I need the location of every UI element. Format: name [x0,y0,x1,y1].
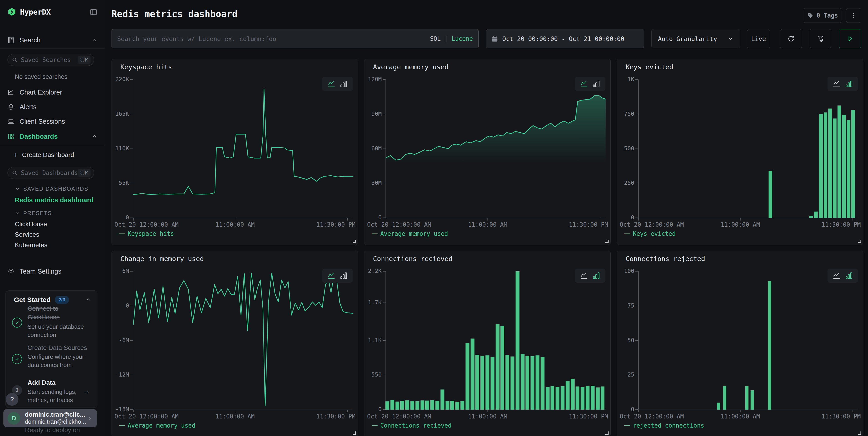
panel-resize-handle[interactable] [858,431,861,435]
x-tick [347,218,348,221]
y-tick [130,409,133,410]
sidebar-item-search[interactable]: Search [0,33,105,48]
get-started-step-title[interactable]: Add Data [28,379,56,386]
y-tick [383,409,385,410]
y-tick-label: 1.7K [364,299,382,306]
panel-resize-handle[interactable] [353,240,356,243]
sidebar-item-alerts[interactable]: Alerts [0,99,105,114]
create-dashboard-button[interactable]: + Create Dashboard [0,148,105,162]
y-tick [383,148,385,149]
line-chart-toggle-button[interactable] [833,271,841,280]
panel-resize-handle[interactable] [606,240,609,243]
line-chart-toggle-button[interactable] [580,80,588,88]
chart-plot-area[interactable]: 120M90M60M30M0Oct 20 12:00:00 AM11:00:00… [364,59,610,245]
y-tick [130,79,133,80]
sidebar-item-dashboards[interactable]: Dashboards [0,129,105,144]
chart-plot-area[interactable]: 1K7505002500Oct 20 12:00:00 AM11:00:00 A… [617,59,863,245]
arrow-right-icon[interactable]: → [83,386,90,395]
saved-dashboards-input[interactable] [21,170,78,176]
y-tick-label: 220K [112,76,129,83]
granularity-select[interactable]: Auto Granularity [651,29,740,48]
sidebar-item-chart-explorer[interactable]: Chart Explorer [0,85,105,100]
filter-button[interactable] [810,29,831,48]
chart-plot-area[interactable]: 220K165K110K55K0Oct 20 12:00:00 AM11:00:… [112,59,358,245]
create-dashboard-label: Create Dashboard [22,151,97,158]
tags-button[interactable]: 0 Tags [803,8,842,23]
x-tick-label: 11:00:00 AM [468,413,507,420]
event-search-input[interactable] [117,35,430,42]
get-started-step-title[interactable]: Create Data Sources [28,344,100,352]
y-tick-label: 110K [112,145,129,152]
x-tick-label: 11:30:00 PM [316,413,355,420]
bar-chart-toggle-button[interactable] [340,80,348,88]
line-chart-toggle-button[interactable] [327,80,336,88]
bar-chart-toggle-button[interactable] [592,80,600,88]
sidebar-item-kubernetes[interactable]: Kubernetes [15,241,47,249]
user-profile-button[interactable]: D dominic.tran@clic... dominic.tran@clic… [3,409,97,427]
saved-dashboards-search[interactable]: ⌘K [7,167,94,179]
sidebar-divider [0,48,105,49]
line-series [386,80,606,218]
x-tick [133,410,133,412]
bar-chart-toggle-button[interactable] [845,271,853,280]
chart-plot-area[interactable]: 2.2K1.7K1.1K5500Oct 20 12:00:00 AM11:00:… [364,251,610,436]
more-options-button[interactable] [846,8,861,23]
get-started-step-title[interactable]: Connect to ClickHouse [28,304,87,322]
panel-resize-handle[interactable] [858,240,861,243]
chevron-up-icon[interactable] [85,297,91,303]
bar-series [386,271,606,410]
chevron-up-icon [92,134,97,139]
x-tick-label: 11:30:00 PM [569,413,608,420]
line-chart-toggle-button[interactable] [327,271,336,280]
x-axis-line [133,410,353,410]
bar-chart-toggle-button[interactable] [845,80,853,88]
live-button[interactable]: Live [747,29,770,48]
help-button[interactable]: ? [6,393,19,406]
sidebar-item-team-settings[interactable]: Team Settings [0,264,105,279]
page-title: Redis metrics dashboard [112,9,238,19]
panel-resize-handle[interactable] [353,431,356,435]
play-button[interactable] [839,29,861,48]
chart-plot-area[interactable]: 1007550250Oct 20 12:00:00 AM11:00:00 AM1… [617,251,863,436]
y-tick [636,148,638,149]
line-chart-toggle-button[interactable] [833,80,841,88]
time-range-picker[interactable]: Oct 20 00:00:00 - Oct 21 00:00:00 [486,29,644,48]
refresh-button[interactable] [780,29,802,48]
panel-resize-handle[interactable] [606,431,609,435]
sidebar-item-services[interactable]: Services [15,231,39,238]
x-axis-line [385,410,606,410]
get-started-card: Get Started 2/3 Connect to ClickHouse Se… [5,290,97,408]
y-tick [130,271,133,271]
sidebar-item-clickhouse[interactable]: ClickHouse [15,221,47,228]
sql-mode-toggle[interactable]: SQL [430,35,441,42]
saved-searches-input[interactable] [21,57,78,63]
bell-icon [7,103,14,111]
x-tick [600,218,600,221]
chart-plot-area[interactable]: 6M0-6M-12M-18MOct 20 12:00:00 AM11:00:00… [112,251,358,436]
sidebar-item-client-sessions[interactable]: Client Sessions [0,114,105,129]
x-tick [600,410,600,412]
bar-chart-toggle-button[interactable] [592,271,600,280]
x-tick [740,218,741,221]
sidebar-item-redis-dashboard[interactable]: Redis metrics dashboard [15,196,94,204]
presets-section-header[interactable]: PRESETS [15,210,52,216]
saved-dashboards-section-header[interactable]: SAVED DASHBOARDS [15,186,88,192]
line-chart-toggle-button[interactable] [580,271,588,280]
sidebar-collapse-icon[interactable] [90,8,97,16]
legend-label: Keyspace hits [128,230,174,237]
saved-searches-search[interactable]: ⌘K [7,54,94,66]
y-tick-label: 165K [112,111,129,117]
y-tick [383,183,385,183]
legend-label: Keys evicted [633,230,676,237]
get-started-step-subtitle: Set up your database connection [28,323,85,339]
y-tick-label: 6M [112,268,129,274]
lucene-mode-toggle[interactable]: Lucene [452,35,473,42]
bar-chart-toggle-button[interactable] [340,271,348,280]
sidebar-divider [0,145,105,145]
legend-label: Average memory used [380,230,448,237]
gear-icon [7,268,14,275]
y-tick-label: 2.2K [364,268,382,274]
x-axis-line [385,218,606,218]
check-circle-icon [12,354,22,364]
event-search-bar[interactable]: SQL | Lucene [112,29,478,48]
